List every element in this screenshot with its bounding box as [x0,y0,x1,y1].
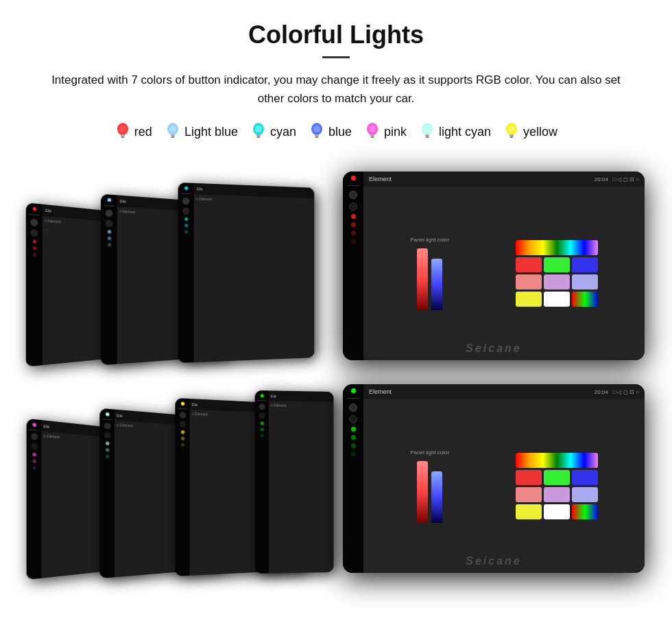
cyan-bulb-icon [250,121,267,142]
svg-rect-17 [370,134,374,137]
main-device-bottom: Element 20:04 □ ◁ ◻ ⊡ ○ Panel light colo… [343,384,645,573]
svg-point-3 [119,126,126,132]
color-item-yellow: yellow [503,121,557,142]
svg-rect-13 [315,134,319,137]
svg-rect-10 [256,137,260,138]
svg-point-7 [169,126,176,132]
main-sidebar-dot-red [351,176,356,180]
svg-point-23 [424,126,431,132]
rainbow-cell-bottom [516,453,598,468]
color-item-pink: pink [364,121,407,142]
svg-rect-6 [171,137,174,138]
color-item-cyan: cyan [250,121,296,142]
svg-point-15 [313,126,320,132]
color-label-blue: blue [328,125,352,139]
color-label-pink: pink [384,125,407,139]
sidebar-dot-cyan-3 [184,187,188,190]
pink-bulb-icon [364,121,381,142]
sidebar-dot-lightcyan-b2 [105,412,108,416]
title-divider [322,56,350,58]
panel-light-label-top: Panel light color [410,237,449,243]
color-label-red: red [134,125,152,139]
bar-red-top [417,248,428,310]
color-grid-bottom [516,453,598,519]
lightblue-bulb-icon [165,121,181,142]
sidebar-dot-green-b4 [260,394,263,398]
page-wrapper: Colorful Lights Integrated with 7 colors… [0,0,672,593]
yellow-bulb-icon [503,121,520,142]
color-item-blue: blue [309,121,352,142]
color-label-lightblue: Light blue [184,125,238,139]
device-bottom-4: Ele ≡ Element [255,390,334,574]
rainbow-cell-top [516,240,598,255]
color-label-cyan: cyan [270,125,296,139]
color-label-lightcyan: light cyan [439,125,491,139]
svg-rect-25 [509,134,514,137]
sidebar-dot-yellow-b3 [180,402,184,405]
sidebar-dot-pink-b1 [32,423,36,427]
svg-rect-14 [315,137,318,138]
sidebar-dot-lightblue-2 [107,198,110,202]
main-sidebar-dot-green [351,388,356,393]
color-item-lightblue: Light blue [165,121,238,142]
svg-rect-18 [371,137,374,138]
svg-rect-22 [426,137,429,138]
device-card-3: Ele ≡ Element [178,182,315,363]
svg-point-19 [369,126,376,132]
bar-blue-top [431,259,442,310]
bottom-device-group: Ele ≡ Element [27,374,645,573]
svg-point-27 [508,126,515,132]
main-device-top: Element 20:04 □ ◁ ◻ ⊡ ○ Panel light colo… [343,172,645,360]
description-text: Integrated with 7 colors of button indic… [41,71,631,108]
red-bulb-icon [115,121,131,142]
svg-rect-2 [121,137,124,138]
panel-light-label-bottom: Panel light color [410,449,449,456]
svg-point-11 [255,126,262,132]
svg-rect-26 [510,137,514,138]
blue-bulb-icon [309,121,325,142]
bar-blue-bottom [431,471,442,523]
top-device-group: Ele ≡ Element ... [27,161,645,360]
svg-rect-21 [425,134,429,137]
color-item-lightcyan: light cyan [419,121,491,142]
svg-rect-9 [256,134,261,137]
color-legend-row: red Light blue cyan [27,121,645,142]
color-item-red: red [115,121,152,142]
svg-rect-1 [121,134,125,137]
bar-red-bottom [417,461,428,523]
color-label-yellow: yellow [523,125,557,139]
sidebar-dot-red-1 [32,207,36,211]
color-grid-top [516,240,598,307]
page-title: Colorful Lights [27,21,645,49]
svg-rect-5 [171,134,175,137]
lightcyan-bulb-icon [419,121,435,142]
